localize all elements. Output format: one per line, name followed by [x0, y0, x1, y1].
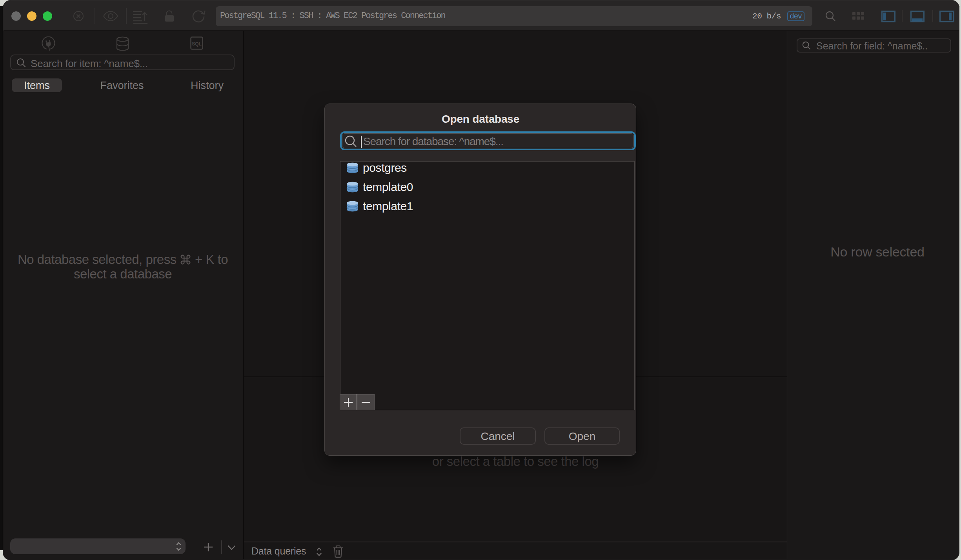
- svg-text:SQL: SQL: [192, 41, 202, 47]
